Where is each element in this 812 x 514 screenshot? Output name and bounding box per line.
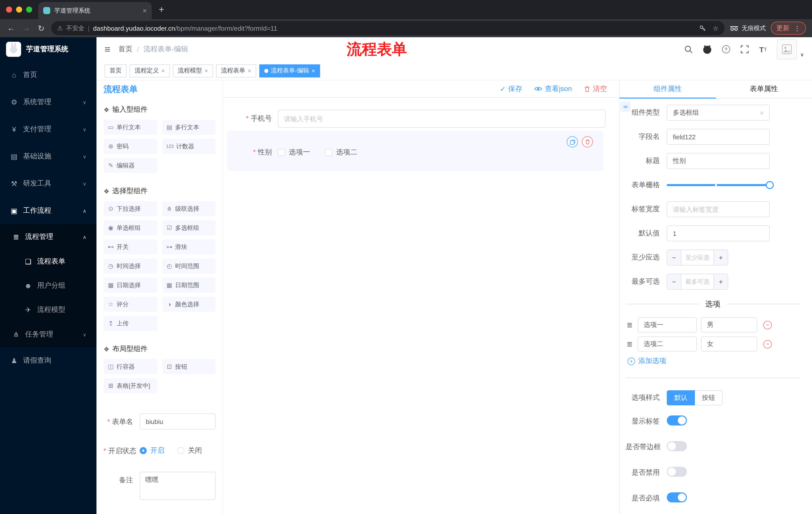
remark-textarea[interactable]: 嘿嘿 xyxy=(140,472,215,500)
tab-form-props[interactable]: 表单属性 xyxy=(716,80,812,99)
disabled-switch[interactable] xyxy=(667,467,687,477)
avatar[interactable] xyxy=(777,39,797,59)
default-value-input[interactable] xyxy=(667,225,770,241)
font-size-icon[interactable]: TT xyxy=(758,44,768,54)
remove-option-icon[interactable]: − xyxy=(763,321,772,329)
tag-home[interactable]: 首页 xyxy=(105,64,127,77)
title-input[interactable] xyxy=(667,153,770,169)
collapse-sidebar-icon[interactable]: ≡ xyxy=(105,44,110,55)
help-icon[interactable]: ? xyxy=(721,44,731,54)
increase-button[interactable]: + xyxy=(714,274,728,289)
field-phone[interactable]: 手机号 xyxy=(227,110,606,128)
tab-close-icon[interactable]: × xyxy=(143,6,147,15)
palette-item-button[interactable]: ⊡按钮 xyxy=(162,359,215,374)
slider-track[interactable] xyxy=(667,184,770,186)
new-tab-button[interactable]: + xyxy=(159,4,164,15)
sidebar-item-process-model[interactable]: ✈ 流程模型 xyxy=(0,298,96,322)
clear-button[interactable]: 清空 xyxy=(584,84,607,93)
palette-item-time-picker[interactable]: ◷时间选择 xyxy=(104,259,157,274)
remove-option-icon[interactable]: − xyxy=(763,340,772,348)
search-icon[interactable] xyxy=(684,44,694,54)
increase-button[interactable]: + xyxy=(714,250,728,265)
component-type-select[interactable]: 多选框组 ∨ xyxy=(667,105,770,121)
field-name-input[interactable] xyxy=(667,129,770,145)
close-icon[interactable]: × xyxy=(161,67,165,74)
close-icon[interactable]: × xyxy=(312,67,315,74)
github-icon[interactable] xyxy=(702,44,712,54)
bookmark-star-icon[interactable]: ☆ xyxy=(713,24,719,32)
palette-item-checkbox-group[interactable]: ☑多选框组 xyxy=(162,220,215,235)
drag-handle-icon[interactable]: ≣ xyxy=(626,340,634,348)
max-select-value[interactable]: 最多可选 xyxy=(682,274,714,289)
palette-item-radio-group[interactable]: ◉单选框组 xyxy=(104,220,157,235)
tag-process-model[interactable]: 流程模型 × xyxy=(173,64,213,77)
required-switch[interactable] xyxy=(667,492,687,503)
close-icon[interactable]: × xyxy=(204,67,208,74)
copy-field-button[interactable] xyxy=(567,136,578,147)
close-icon[interactable]: × xyxy=(248,67,251,74)
decrease-button[interactable]: − xyxy=(667,250,682,265)
sidebar-item-process-management[interactable]: ≣ 流程管理 ∧ xyxy=(0,224,96,249)
add-option-button[interactable]: + 添加选项 xyxy=(628,357,800,366)
minimize-window-button[interactable] xyxy=(16,6,22,12)
style-button-button[interactable]: 按钮 xyxy=(695,390,723,405)
show-label-switch[interactable] xyxy=(667,415,687,426)
sidebar-item-infrastructure[interactable]: ▤ 基础设施 ∨ xyxy=(0,143,96,170)
sidebar-item-leave-query[interactable]: ♟ 请假查询 xyxy=(0,347,96,374)
option-name-input[interactable] xyxy=(638,336,697,352)
password-key-icon[interactable] xyxy=(699,25,706,32)
checkbox-option-1[interactable]: 选项一 xyxy=(278,148,310,157)
browser-tab[interactable]: 芋道管理系统 × xyxy=(38,2,152,19)
option-name-input[interactable] xyxy=(638,317,697,332)
palette-item-date-picker[interactable]: ▦日期选择 xyxy=(104,278,157,293)
checkbox-icon[interactable] xyxy=(325,149,332,156)
form-name-input[interactable] xyxy=(140,413,215,430)
zoom-window-button[interactable] xyxy=(26,6,32,12)
palette-item-upload[interactable]: ↥上传 xyxy=(104,316,157,331)
tab-component-props[interactable]: 组件属性 xyxy=(619,80,716,99)
palette-item-rate[interactable]: ☆评分 xyxy=(104,297,157,312)
palette-item-password[interactable]: ⊛密码 xyxy=(104,139,157,154)
palette-item-table[interactable]: ⊞表格[开发中] xyxy=(104,378,157,393)
breadcrumb-home[interactable]: 首页 xyxy=(118,45,133,54)
decrease-button[interactable]: − xyxy=(667,274,682,289)
palette-item-textarea[interactable]: ▤多行文本 xyxy=(162,120,215,135)
status-radio-on[interactable]: 开启 xyxy=(140,446,164,455)
view-json-button[interactable]: 查看json xyxy=(534,84,572,93)
tag-process-form[interactable]: 流程表单 × xyxy=(216,64,256,77)
sidebar-item-devtools[interactable]: ⚒ 研发工具 ∨ xyxy=(0,170,96,197)
style-default-button[interactable]: 默认 xyxy=(667,390,695,405)
label-width-input[interactable] xyxy=(667,201,770,217)
delete-field-button[interactable] xyxy=(582,136,593,147)
reload-button[interactable]: ↻ xyxy=(36,23,46,33)
tag-process-form-edit[interactable]: 流程表单-编辑 × xyxy=(259,64,320,77)
palette-item-select[interactable]: ⊙下拉选择 xyxy=(104,201,157,216)
checkbox-icon[interactable] xyxy=(278,149,285,156)
forward-button[interactable]: → xyxy=(21,24,31,33)
browser-menu-icon[interactable]: ⋮ xyxy=(794,24,801,32)
sidebar-item-task-management[interactable]: ⋔ 任务管理 ∨ xyxy=(0,322,96,347)
palette-item-single-line-text[interactable]: ▭单行文本 xyxy=(104,120,157,135)
sidebar-item-workflow[interactable]: ▣ 工作流程 ∧ xyxy=(0,197,96,224)
min-select-value[interactable]: 至少应选 xyxy=(682,250,714,265)
with-border-switch[interactable] xyxy=(667,441,687,451)
sidebar-item-user-group[interactable]: ☻ 用户分组 xyxy=(0,274,96,298)
url-field[interactable]: ⚠ 不安全 | dashboard.yudao.iocoder.cn/bpm/m… xyxy=(51,21,725,35)
palette-item-date-range[interactable]: ▦日期范围 xyxy=(162,278,215,293)
tag-process-definition[interactable]: 流程定义 × xyxy=(129,64,170,77)
sidebar-item-process-form[interactable]: ❏ 流程表单 xyxy=(0,249,96,274)
window-controls[interactable] xyxy=(0,6,38,12)
palette-item-counter[interactable]: 123计数器 xyxy=(162,139,215,154)
palette-item-time-range[interactable]: ◴时间范围 xyxy=(162,259,215,274)
palette-item-switch[interactable]: ⊷开关 xyxy=(104,239,157,254)
option-value-input[interactable] xyxy=(701,317,757,332)
fullscreen-icon[interactable] xyxy=(740,44,749,54)
status-radio-off[interactable]: 关闭 xyxy=(177,446,202,455)
selected-field-gender[interactable]: 性别 选项一 选项二 xyxy=(227,131,604,171)
phone-input[interactable] xyxy=(278,110,606,128)
drag-handle-icon[interactable]: ≣ xyxy=(626,321,634,329)
caret-down-icon[interactable]: ∨ xyxy=(800,52,804,57)
checkbox-option-2[interactable]: 选项二 xyxy=(325,148,357,157)
back-button[interactable]: ← xyxy=(6,24,16,33)
sidebar-item-home[interactable]: ⌂ 首页 xyxy=(0,61,96,88)
